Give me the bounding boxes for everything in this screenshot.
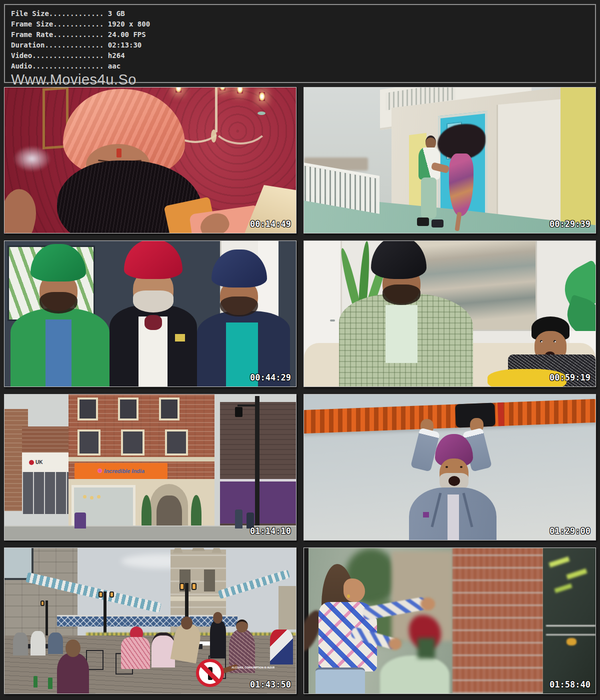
woman-head (236, 620, 248, 632)
main-brick-building: Incredible India (68, 394, 214, 540)
chandelier-drop (211, 130, 216, 142)
candle-flame (237, 87, 243, 94)
left-shop: UK (22, 426, 74, 514)
magenta-dress (449, 154, 474, 216)
mint-pants (421, 178, 436, 218)
candle-flame (259, 92, 265, 101)
shop-window (22, 472, 74, 514)
screenshot-thumb-6: 01:29:00 (304, 394, 596, 540)
screenshot-thumb-7: ALCOHOL CONSUMPTION IS INJURIOUS 01:43:5… (4, 548, 296, 694)
warning-text: ALCOHOL CONSUMPTION IS INJURIOUS (232, 666, 274, 670)
lamp-lantern (180, 583, 184, 590)
handrail (546, 634, 596, 636)
site-watermark: Www.Movies4u.So (11, 72, 589, 88)
lamp-arm (238, 404, 258, 406)
blurred-hand (388, 638, 402, 650)
woman-leg (454, 212, 462, 232)
shirt-strip (448, 494, 459, 540)
pale-green-planter (380, 656, 450, 694)
scene-beach-huts (304, 88, 596, 233)
suit-torso (409, 488, 496, 540)
flower-logo (98, 468, 102, 473)
eye (460, 466, 462, 468)
orange-corrugated-pipe (304, 399, 596, 434)
window (78, 430, 101, 456)
lamp-post (104, 592, 106, 638)
audio-codec-line: Audio................. aac (11, 61, 589, 72)
incredible-india-sign: Incredible India (74, 463, 168, 479)
dark-glass-interior (543, 548, 596, 694)
lamp-lantern (110, 592, 114, 598)
scene-tower-bridge: ALCOHOL CONSUMPTION IS INJURIOUS (4, 548, 296, 694)
window (121, 430, 144, 456)
screenshot-thumb-8: 01:58:40 (304, 548, 596, 694)
lapel (462, 492, 474, 527)
sign-text: Incredible India (104, 468, 144, 474)
shop-logo-dot (29, 460, 34, 465)
handrail (546, 625, 596, 626)
green-bottle (48, 678, 52, 689)
screenshot-thumb-1: 00:14:49 (4, 87, 296, 234)
suit-sleeve (410, 428, 440, 472)
tilak-mark (116, 148, 121, 157)
blurred-brick-pillar (452, 548, 543, 694)
dancing-woman (441, 128, 484, 233)
man-purple-shirt (57, 653, 89, 694)
white-beard (133, 290, 174, 312)
lamp-lantern (98, 592, 103, 598)
white-door (496, 99, 560, 234)
screenshot-thumb-5: UK Incredible India (4, 394, 296, 540)
timestamp-overlay: 01:29:00 (550, 526, 590, 536)
screenshot-preview-page: File Size............. 3 GB Frame Size..… (0, 0, 600, 700)
timestamp-overlay: 01:14:10 (250, 526, 291, 536)
timestamp-overlay: 01:43:50 (250, 680, 291, 690)
scene-london-street: UK Incredible India (4, 394, 296, 540)
stone-band (68, 457, 214, 462)
tower-window (204, 570, 215, 592)
wheelie-bin (74, 512, 86, 528)
lamp-lantern (192, 583, 196, 590)
pedestrian (235, 510, 242, 528)
prohibition-bar (199, 662, 220, 684)
media-info-panel: File Size............. 3 GB Frame Size..… (4, 4, 596, 83)
sneaker (417, 218, 429, 226)
yellow-figure (566, 638, 576, 646)
street-lamp-post (255, 396, 259, 527)
pocket-square (423, 512, 429, 517)
timestamp-overlay: 00:29:39 (550, 219, 590, 229)
eye (446, 466, 448, 468)
seated-person (48, 632, 62, 654)
screenshot-thumb-4: 00:59:19 (304, 240, 596, 387)
timestamp-overlay: 00:59:19 (550, 372, 590, 382)
blue-shirt (46, 320, 72, 386)
pocket-square (175, 334, 185, 342)
window (78, 398, 98, 421)
chandelier-arm (210, 96, 271, 144)
no-alcohol-icon (196, 659, 224, 687)
lamp-lantern (40, 600, 44, 606)
open-mouth (448, 476, 460, 486)
cravat (144, 315, 162, 330)
yellow-wall-right (560, 87, 596, 234)
door-handle (330, 320, 335, 322)
frame-size-line: Frame Size............ 1920 x 800 (11, 19, 589, 30)
pink-floral-jacket (121, 637, 150, 669)
smoke-puff (13, 146, 51, 172)
beard (382, 284, 420, 305)
shop-brick-upper (22, 426, 74, 452)
lapel (431, 492, 442, 527)
tower-pinnacle (173, 548, 183, 553)
tower-pinnacle (212, 548, 222, 553)
eye (540, 340, 542, 342)
screenshot-thumb-3: 00:44:29 (4, 240, 296, 387)
candle-cup (258, 112, 266, 115)
scene-living-room (304, 241, 596, 386)
candle-flame (220, 87, 226, 90)
shop-fascia: UK (22, 452, 74, 472)
black-turban (371, 240, 426, 279)
timestamp-overlay: 01:58:40 (550, 680, 590, 690)
window (118, 398, 138, 421)
duration-line: Duration.............. 02:13:30 (11, 40, 589, 50)
frame-rate-line: Frame Rate............ 24.00 FPS (11, 30, 589, 40)
ceiling-light (83, 495, 86, 498)
